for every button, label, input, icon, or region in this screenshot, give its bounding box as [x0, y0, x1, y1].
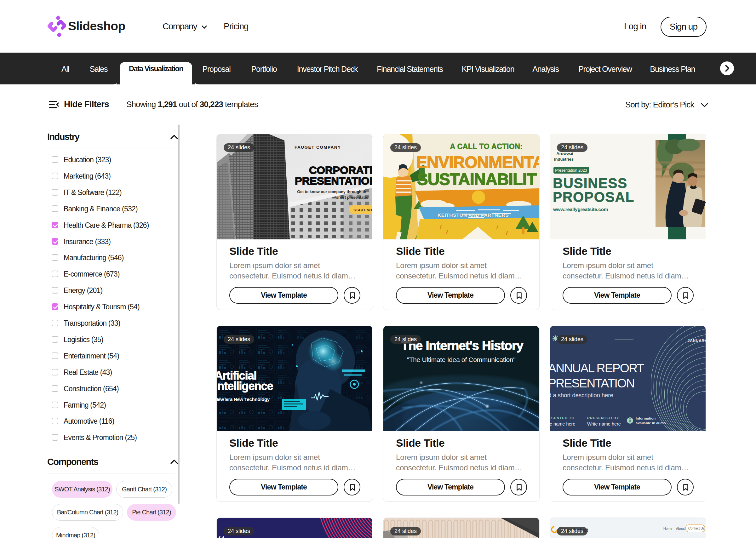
svg-text:SUSTAINABILIT: SUSTAINABILIT [417, 170, 537, 188]
svg-text:ENVIRONMENTA: ENVIRONMENTA [416, 153, 539, 171]
svg-text:New Era New Technology: New Era New Technology [217, 397, 270, 402]
svg-text:available in audio.: available in audio. [636, 421, 667, 425]
svg-text:About: About [676, 527, 685, 530]
svg-text:Write name here: Write name here [587, 421, 621, 426]
svg-text:Arowwai: Arowwai [556, 151, 573, 156]
svg-text:Intelligence: Intelligence [217, 380, 273, 393]
svg-text:PRESENTED BY: PRESENTED BY [587, 416, 619, 420]
svg-text:Industries: Industries [554, 157, 573, 162]
svg-text:BUSINESS: BUSINESS [553, 176, 627, 191]
svg-text:PRESENTATION: PRESENTATION [295, 175, 372, 187]
svg-text:"The Ultimate Idea of Communic: "The Ultimate Idea of Communication" [407, 356, 516, 363]
svg-text:short presentatio: short presentatio [336, 195, 368, 200]
svg-text:Information: Information [636, 416, 656, 420]
svg-text:ANNUAL REPORT: ANNUAL REPORT [550, 361, 644, 375]
svg-text:PRESENTATION: PRESENTATION [550, 376, 634, 390]
svg-text:www.reallygreatsite.com: www.reallygreatsite.com [553, 207, 608, 212]
svg-text:Contact Us: Contact Us [688, 526, 705, 530]
svg-text:A CALL TO ACTION:: A CALL TO ACTION: [450, 142, 523, 150]
svg-text:ESENTED TO: ESENTED TO [550, 416, 574, 420]
svg-text:Presentation 2023: Presentation 2023 [555, 168, 587, 173]
svg-text:PROPOSAL: PROPOSAL [553, 189, 634, 205]
svg-text:d a short description here: d a short description here [550, 392, 613, 399]
svg-text:CORPORATE: CORPORATE [309, 164, 372, 176]
svg-text:KEITHSTON AND PARTNERS: KEITHSTON AND PARTNERS [438, 212, 509, 218]
svg-text:Get to know our company throug: Get to know our company through th [297, 189, 366, 194]
svg-text:FAUGET COMPANY: FAUGET COMPANY [295, 145, 341, 150]
svg-text:Home: Home [663, 527, 672, 530]
svg-text:START NOW: START NOW [353, 208, 372, 212]
svg-text:te name here: te name here [550, 421, 575, 426]
svg-text:JANUARY 2: JANUARY 2 [688, 339, 706, 343]
